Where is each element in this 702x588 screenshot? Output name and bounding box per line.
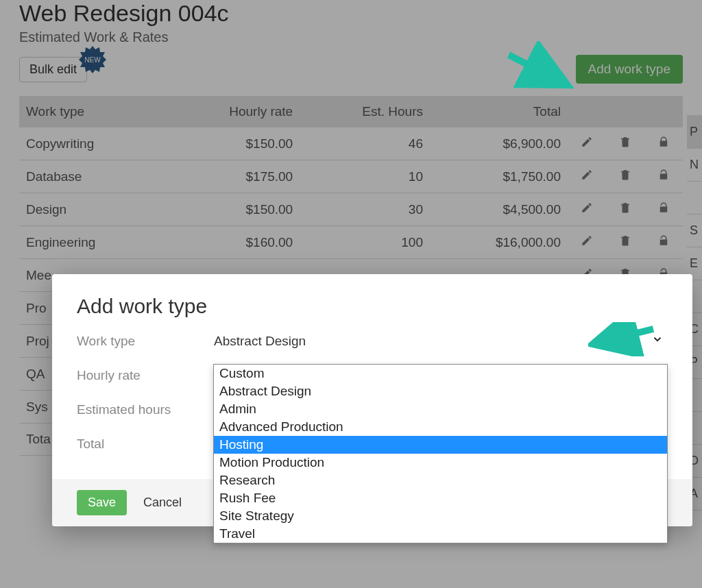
dropdown-option[interactable]: Hosting — [214, 436, 667, 454]
chevron-down-icon — [651, 333, 664, 349]
dropdown-option[interactable]: Admin — [214, 400, 667, 418]
dropdown-option[interactable]: Site Strategy — [214, 507, 667, 525]
label-work-type: Work type — [77, 334, 214, 349]
dropdown-option[interactable]: Motion Production — [214, 454, 667, 471]
work-type-select[interactable]: Abstract Design — [214, 333, 668, 349]
dropdown-option[interactable]: Advanced Production — [214, 418, 667, 436]
save-button[interactable]: Save — [77, 490, 127, 515]
work-type-dropdown[interactable]: CustomAbstract DesignAdminAdvanced Produ… — [213, 364, 668, 543]
modal-title: Add work type — [77, 295, 668, 318]
label-total: Total — [77, 437, 214, 452]
cancel-button[interactable]: Cancel — [139, 495, 186, 511]
dropdown-option[interactable]: Custom — [214, 365, 667, 382]
dropdown-option[interactable]: Travel — [214, 525, 667, 543]
label-est-hours: Estimated hours — [77, 402, 214, 417]
dropdown-option[interactable]: Research — [214, 471, 667, 489]
dropdown-option[interactable]: Abstract Design — [214, 382, 667, 400]
work-type-selected: Abstract Design — [214, 334, 306, 349]
dropdown-option[interactable]: Rush Fee — [214, 489, 667, 507]
row-work-type: Work type Abstract Design — [77, 333, 668, 349]
label-hourly-rate: Hourly rate — [77, 368, 214, 383]
